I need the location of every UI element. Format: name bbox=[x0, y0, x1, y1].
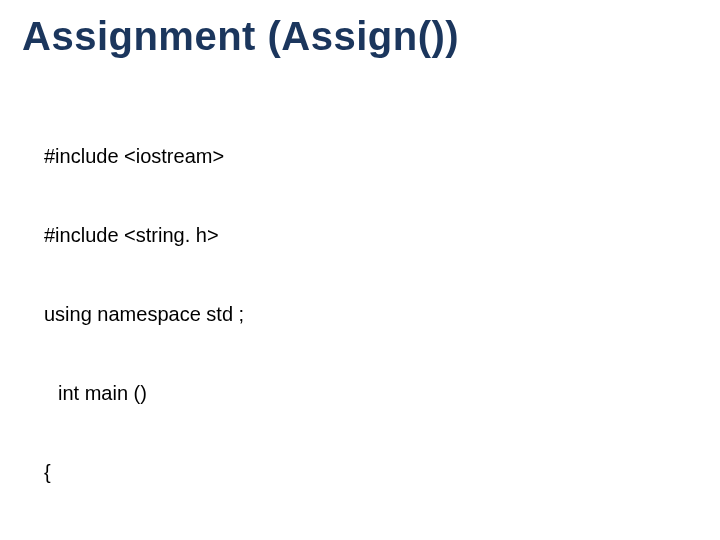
slide-title: Assignment (Assign()) bbox=[22, 14, 459, 59]
code-line: int main () bbox=[44, 380, 419, 406]
slide: Assignment (Assign()) #include <iostream… bbox=[0, 0, 720, 540]
code-line: using namespace std ; bbox=[44, 301, 419, 327]
code-line: { bbox=[44, 459, 419, 485]
code-line: #include <string. h> bbox=[44, 222, 419, 248]
code-block: #include <iostream> #include <string. h>… bbox=[44, 90, 419, 540]
code-line: #include <iostream> bbox=[44, 143, 419, 169]
